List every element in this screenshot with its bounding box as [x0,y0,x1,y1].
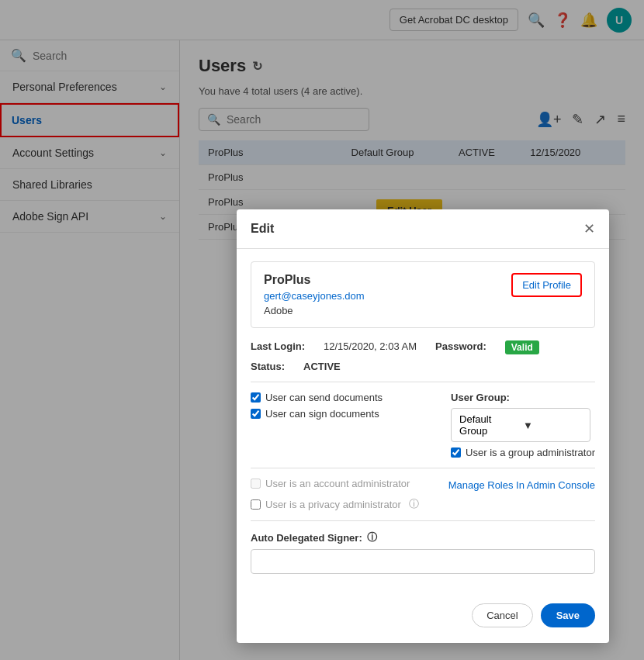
user-group-dropdown[interactable]: Default Group ▼ [451,408,590,442]
last-login-label: Last Login: [251,340,305,354]
save-button[interactable]: Save [541,603,595,627]
divider [251,382,595,382]
divider [251,520,595,521]
profile-info: ProPlus gert@caseyjones.dom Adobe [264,273,365,316]
profile-name: ProPlus [264,273,365,287]
send-docs-row: User can send documents [251,392,383,403]
privacy-admin-label: User is a privacy administrator [265,499,401,510]
modal-footer: Cancel Save [237,596,609,631]
user-group-label: User Group: [451,392,595,403]
auto-delegated-label: Auto Delegated Signer: ⓘ [251,530,595,544]
admin-section: User is an account administrator Manage … [251,478,595,511]
modal-title: Edit [251,222,274,236]
info-row-login: Last Login: 12/15/2020, 2:03 AM Password… [251,340,595,354]
modal-body: ProPlus gert@caseyjones.dom Adobe Edit P… [237,249,609,596]
auto-delegated-help-icon: ⓘ [367,530,377,544]
auto-delegated-section: Auto Delegated Signer: ⓘ [251,530,595,574]
manage-roles-link[interactable]: Manage Roles In Admin Console [448,479,595,491]
profile-email[interactable]: gert@caseyjones.dom [264,290,365,302]
privacy-admin-row: User is a privacy administrator ⓘ [251,497,595,511]
account-admin-checkbox[interactable] [251,479,261,489]
user-group-value: Default Group [459,413,518,437]
group-admin-checkbox[interactable] [451,447,461,458]
group-admin-label: User is a group administrator [466,447,595,458]
privacy-help-icon: ⓘ [409,497,419,511]
profile-org: Adobe [264,305,365,316]
last-login-value: 12/15/2020, 2:03 AM [324,340,417,354]
cancel-button[interactable]: Cancel [472,603,532,627]
edit-profile-button[interactable]: Edit Profile [511,273,582,297]
privacy-admin-checkbox[interactable] [251,499,261,510]
close-icon[interactable]: ✕ [583,220,595,237]
sign-docs-label: User can sign documents [265,408,379,420]
edit-modal: Edit ✕ ProPlus gert@caseyjones.dom Adobe… [237,209,609,643]
password-label: Password: [435,340,486,354]
send-docs-label: User can send documents [265,392,383,403]
divider [251,468,595,468]
status-label: Status: [251,361,285,372]
modal-header: Edit ✕ [237,209,609,249]
permissions-checkboxes: User can send documents User can sign do… [251,392,383,458]
sign-docs-checkbox[interactable] [251,409,261,419]
sign-docs-row: User can sign documents [251,408,383,420]
info-row-status: Status: ACTIVE [251,361,595,372]
password-badge: Valid [505,340,539,354]
profile-section: ProPlus gert@caseyjones.dom Adobe Edit P… [251,261,595,328]
account-admin-label: User is an account administrator [265,478,410,489]
account-admin-row: User is an account administrator [251,478,410,489]
group-admin-row: User is a group administrator [451,447,595,458]
send-docs-checkbox[interactable] [251,392,261,403]
status-value: ACTIVE [303,361,341,372]
user-group-section: User Group: Default Group ▼ User is a gr… [451,392,595,458]
chevron-down-icon: ▼ [523,420,582,431]
auto-delegated-input[interactable] [251,549,595,574]
